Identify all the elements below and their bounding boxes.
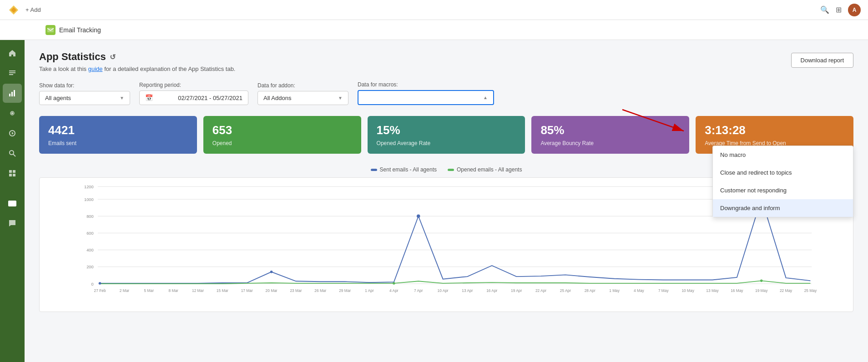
stat-card-opened: 653 Opened [203, 116, 361, 154]
svg-line-11 [13, 154, 15, 156]
svg-text:16 May: 16 May [731, 288, 743, 293]
svg-text:25 May: 25 May [804, 288, 817, 293]
svg-text:17 Mar: 17 Mar [241, 288, 253, 293]
svg-text:4 Apr: 4 Apr [389, 288, 399, 293]
subtitle-text: Take a look at this [39, 65, 86, 72]
svg-rect-14 [9, 174, 12, 176]
svg-text:400: 400 [86, 248, 93, 252]
page-subtitle: Take a look at this guide for a detailed… [39, 65, 235, 72]
svg-text:29 Mar: 29 Mar [339, 288, 351, 293]
show-data-select[interactable]: All agents ▼ [39, 91, 130, 105]
svg-text:200: 200 [86, 265, 93, 269]
svg-point-10 [10, 151, 14, 155]
filter-show-data: Show data for: All agents ▼ [39, 82, 130, 105]
svg-rect-1 [47, 28, 54, 32]
legend-sent-dot [371, 169, 377, 171]
stat-value-avg-time: 3:13:28 [705, 123, 844, 137]
second-bar: Email Tracking [0, 20, 868, 40]
svg-point-8 [11, 112, 14, 115]
chevron-down-icon: ▼ [120, 96, 124, 101]
legend-sent: Sent emails - All agents [371, 166, 437, 173]
svg-text:28 Apr: 28 Apr [585, 288, 595, 293]
dropdown-item-downgrade[interactable]: Downgrade and inform [713, 199, 853, 217]
page-header-left: App Statistics ↺ Take a look at this gui… [39, 51, 235, 72]
show-data-label: Show data for: [39, 82, 130, 89]
email-icon-badge [45, 25, 56, 35]
addon-value: All Addons [263, 95, 291, 101]
macros-select[interactable]: ▲ [358, 90, 494, 105]
sidebar-item-search[interactable] [3, 144, 22, 163]
svg-text:12 Mar: 12 Mar [192, 288, 204, 293]
svg-text:1 Apr: 1 Apr [365, 288, 374, 293]
macros-dropdown: No macro Close and redirect to topics Cu… [712, 146, 853, 217]
stat-value-bouncy-rate: 85% [540, 123, 680, 137]
sidebar-item-stats[interactable] [3, 84, 22, 103]
top-nav-right: 🔍 ⊞ A [820, 4, 861, 16]
svg-text:19 Apr: 19 Apr [511, 288, 522, 293]
page-title: App Statistics ↺ [39, 51, 235, 63]
svg-rect-5 [9, 94, 10, 96]
addon-label: Data for addon: [257, 82, 348, 89]
add-label: + Add [25, 6, 41, 13]
sidebar-item-chat[interactable] [3, 214, 22, 233]
svg-text:4 May: 4 May [634, 288, 645, 293]
guide-link[interactable]: guide [88, 65, 103, 72]
stat-value-opened: 653 [212, 123, 352, 137]
svg-text:1000: 1000 [84, 197, 94, 202]
grid-icon[interactable]: ⊞ [836, 5, 842, 14]
svg-point-32 [270, 271, 273, 273]
dropdown-item-customer-not-responding[interactable]: Customer not responding [713, 181, 853, 199]
svg-text:13 Apr: 13 Apr [462, 288, 473, 293]
legend-opened-label: Opened emails - All agents [457, 166, 522, 173]
sidebar-item-email[interactable] [3, 194, 22, 213]
stat-card-emails-sent: 4421 Emails sent [39, 116, 197, 154]
sidebar-item-apps[interactable] [3, 164, 22, 183]
svg-rect-12 [9, 170, 12, 173]
filter-addon: Data for addon: All Addons ▼ [257, 82, 348, 105]
main-content: App Statistics ↺ Take a look at this gui… [25, 40, 868, 362]
sidebar-item-automations[interactable] [3, 124, 22, 143]
stat-label-bouncy-rate: Average Bouncy Rate [540, 140, 680, 146]
stat-value-opened-rate: 15% [377, 123, 516, 137]
legend-opened: Opened emails - All agents [448, 166, 522, 173]
reporting-value: 02/27/2021 - 05/27/2021 [178, 95, 242, 101]
svg-text:27 Feb: 27 Feb [94, 288, 106, 293]
svg-text:10 Apr: 10 Apr [438, 288, 449, 293]
svg-text:0: 0 [91, 282, 93, 287]
refresh-icon[interactable]: ↺ [110, 53, 116, 61]
addon-select[interactable]: All Addons ▼ [257, 91, 348, 105]
svg-text:600: 600 [86, 231, 93, 236]
reporting-select[interactable]: 📅 02/27/2021 - 05/27/2021 [139, 90, 248, 105]
sidebar-item-tickets[interactable] [3, 64, 22, 83]
calendar-icon: 📅 [145, 94, 153, 101]
svg-point-31 [99, 282, 101, 285]
avatar[interactable]: A [848, 4, 861, 16]
svg-text:10 May: 10 May [681, 288, 694, 293]
dropdown-item-close-redirect[interactable]: Close and redirect to topics [713, 164, 853, 181]
top-nav: + Add 🔍 ⊞ A [0, 0, 868, 20]
svg-text:13 May: 13 May [706, 288, 719, 293]
filters-row: Show data for: All agents ▼ Reporting pe… [39, 81, 853, 105]
stat-value-emails-sent: 4421 [48, 123, 188, 137]
macros-chevron-icon: ▲ [483, 95, 488, 100]
sidebar [0, 40, 25, 362]
svg-rect-4 [9, 74, 13, 75]
app-title: Email Tracking [59, 26, 101, 34]
search-icon[interactable]: 🔍 [820, 5, 829, 14]
logo[interactable] [7, 4, 20, 16]
svg-text:20 Mar: 20 Mar [266, 288, 278, 293]
svg-text:2 Mar: 2 Mar [120, 288, 130, 293]
svg-text:1 May: 1 May [609, 288, 620, 293]
sent-line [100, 198, 811, 283]
download-report-button[interactable]: Download report [791, 53, 853, 68]
sidebar-item-settings[interactable] [3, 104, 22, 123]
filter-reporting: Reporting period: 📅 02/27/2021 - 05/27/2… [139, 82, 248, 105]
svg-text:7 Apr: 7 Apr [414, 288, 423, 293]
dropdown-item-no-macro[interactable]: No macro [713, 146, 853, 164]
svg-point-36 [760, 280, 763, 282]
macros-input[interactable] [364, 94, 475, 101]
dropdown-label-no-macro: No macro [720, 151, 746, 158]
sidebar-item-home[interactable] [3, 44, 22, 63]
add-button[interactable]: + Add [25, 6, 41, 13]
stat-card-bouncy-rate: 85% Average Bouncy Rate [531, 116, 689, 154]
